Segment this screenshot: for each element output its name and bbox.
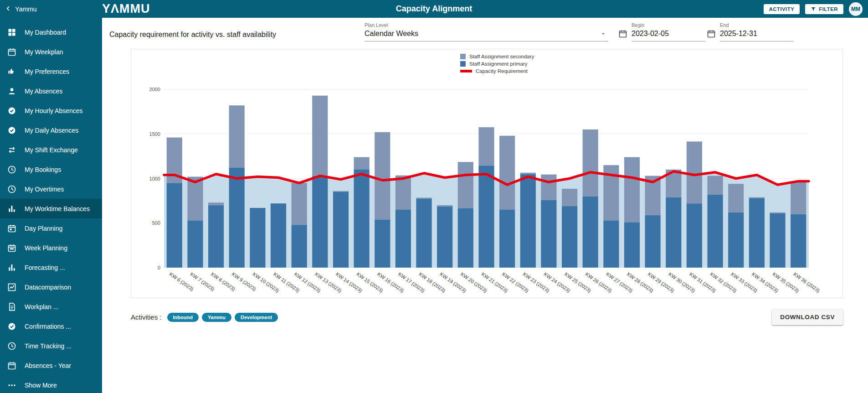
sidebar-item-label: Show More [25, 382, 57, 389]
svg-text:2000: 2000 [149, 87, 160, 92]
dots-icon [7, 381, 16, 390]
clock-icon [7, 185, 16, 194]
avatar[interactable]: MM [849, 2, 863, 16]
sidebar-item-forecasting[interactable]: Forecasting ... [0, 258, 102, 277]
begin-date-field: Begin 2023-02-05 [618, 22, 705, 41]
sidebar-item-my-absences[interactable]: My Absences [0, 81, 102, 101]
legend-label: Staff Assignment primary [469, 61, 528, 67]
download-csv-button[interactable]: DOWNLOAD CSV [772, 309, 843, 325]
chevron-down-icon [600, 31, 606, 37]
topbar-actions: ACTIVITY FILTER MM [764, 2, 863, 16]
badge-check-icon [7, 106, 16, 115]
sidebar-item-label: My Weekplan [25, 48, 63, 56]
activity-chips: InboundYammuDevelopment [167, 313, 278, 322]
sidebar-item-label: Week Planning [25, 244, 67, 252]
clock-icon [7, 341, 16, 351]
sidebar-header: ‹ Yammu [0, 5, 102, 13]
sidebar-item-time-tracking[interactable]: Time Tracking ... [0, 336, 102, 356]
sidebar-item-my-bookings[interactable]: My Bookings [0, 160, 102, 179]
svg-text:1000: 1000 [149, 176, 160, 181]
controls-row: Capacity requirement for activity vs. st… [102, 18, 868, 49]
legend-label: Capacity Requirement [476, 68, 528, 74]
activities-label: Activities : [131, 313, 162, 321]
badge-check-icon [7, 322, 16, 331]
badge-check-icon [7, 126, 16, 135]
thumbs-icon [7, 67, 16, 76]
legend-marker [460, 61, 466, 67]
legend-item-staff-assignment-primary: Staff Assignment primary [460, 61, 534, 67]
filter-button-label: FILTER [819, 6, 838, 12]
sidebar-item-label: My Shift Exchange [25, 146, 78, 154]
sidebar-item-label: Workplan ... [25, 303, 58, 310]
sidebar-item-confirmations[interactable]: Confirmations ... [0, 316, 102, 336]
end-date-input[interactable]: 2025-12-31 [720, 28, 794, 41]
plan-level-select[interactable]: Plan Level Calendar Weeks [365, 22, 608, 41]
activity-chip-inbound[interactable]: Inbound [167, 313, 199, 322]
sidebar-item-my-dashboard[interactable]: My Dashboard [0, 22, 102, 42]
sidebar-item-day-planning[interactable]: Day Planning [0, 218, 102, 238]
sidebar-item-my-hourly-absences[interactable]: My Hourly Absences [0, 101, 102, 120]
activities-row: Activities : InboundYammuDevelopment DOW… [131, 309, 843, 325]
end-date-field: End 2025-12-31 [707, 22, 794, 41]
legend-marker [460, 54, 466, 59]
chart-legend: Staff Assignment secondaryStaff Assignme… [460, 54, 534, 74]
sidebar-item-my-daily-absences[interactable]: My Daily Absences [0, 120, 102, 140]
sidebar-nav: My DashboardMy WeekplanMy PreferencesMy … [0, 22, 102, 393]
sidebar-item-show-more[interactable]: Show More [0, 375, 102, 393]
sidebar-item-label: My Bookings [25, 166, 61, 173]
sidebar-item-my-weekplan[interactable]: My Weekplan [0, 42, 102, 62]
legend-label: Staff Assignment secondary [469, 54, 534, 59]
collapse-sidebar-icon[interactable]: ‹ [6, 3, 10, 13]
sidebar-item-label: Confirmations ... [25, 323, 71, 330]
bar-chart-icon [7, 204, 16, 213]
chart-heading: Capacity requirement for activity vs. st… [109, 31, 276, 39]
calendar-icon [7, 47, 16, 57]
svg-text:1500: 1500 [149, 131, 160, 137]
calendar-day-icon [7, 224, 16, 233]
activity-button[interactable]: ACTIVITY [764, 4, 800, 14]
sidebar: My DashboardMy WeekplanMy PreferencesMy … [0, 18, 102, 393]
line-chart-icon [7, 283, 16, 292]
sidebar-item-label: My Daily Absences [25, 127, 78, 134]
svg-text:500: 500 [152, 220, 160, 226]
sidebar-item-label: Time Tracking ... [25, 342, 72, 350]
filter-button[interactable]: FILTER [805, 4, 843, 14]
activity-chip-yammu[interactable]: Yammu [202, 313, 231, 322]
dashboard-icon [7, 28, 16, 37]
sidebar-item-label: My Overtimes [25, 186, 64, 193]
calendar-week-icon [7, 243, 16, 253]
sidebar-item-label: My Hourly Absences [25, 107, 83, 114]
sidebar-title: Yammu [15, 5, 36, 13]
sidebar-item-label: My Absences [25, 88, 62, 95]
plan-level-label: Plan Level [365, 22, 608, 28]
activity-chip-development[interactable]: Development [235, 313, 278, 322]
sidebar-item-my-shift-exchange[interactable]: My Shift Exchange [0, 140, 102, 160]
legend-marker [460, 70, 472, 72]
sidebar-item-absences-year[interactable]: Absences - Year [0, 356, 102, 375]
sidebar-item-my-overtimes[interactable]: My Overtimes [0, 179, 102, 199]
legend-item-capacity-requirement: Capacity Requirement [460, 68, 534, 74]
capacity-chart: 0500100015002000KW 6 (2023)KW 7 (2023)KW… [131, 49, 842, 298]
begin-date-input[interactable]: 2023-02-05 [632, 28, 705, 41]
page-title: Capacity Alignment [396, 4, 472, 14]
sidebar-item-workplan[interactable]: Workplan ... [0, 297, 102, 316]
document-icon [7, 302, 16, 311]
funnel-icon [811, 6, 816, 12]
sidebar-item-my-preferences[interactable]: My Preferences [0, 62, 102, 81]
sidebar-item-week-planning[interactable]: Week Planning [0, 238, 102, 258]
sidebar-item-datacomparison[interactable]: Datacomparison [0, 277, 102, 297]
clock-icon [7, 165, 16, 174]
sidebar-item-label: My Worktime Balances [25, 205, 90, 212]
svg-text:0: 0 [158, 265, 160, 270]
calendar-icon[interactable] [707, 29, 716, 38]
main-content: Capacity requirement for activity vs. st… [102, 18, 868, 325]
sidebar-item-label: Forecasting ... [25, 264, 65, 271]
begin-label: Begin [632, 22, 705, 28]
chart-card: Staff Assignment secondaryStaff Assignme… [131, 49, 843, 298]
legend-item-staff-assignment-secondary: Staff Assignment secondary [460, 54, 534, 59]
sidebar-item-my-worktime-balances[interactable]: My Worktime Balances [0, 199, 102, 218]
activity-button-label: ACTIVITY [769, 6, 795, 12]
calendar-icon[interactable] [618, 29, 627, 38]
swap-icon [7, 145, 16, 155]
sidebar-item-label: Absences - Year [25, 362, 71, 369]
